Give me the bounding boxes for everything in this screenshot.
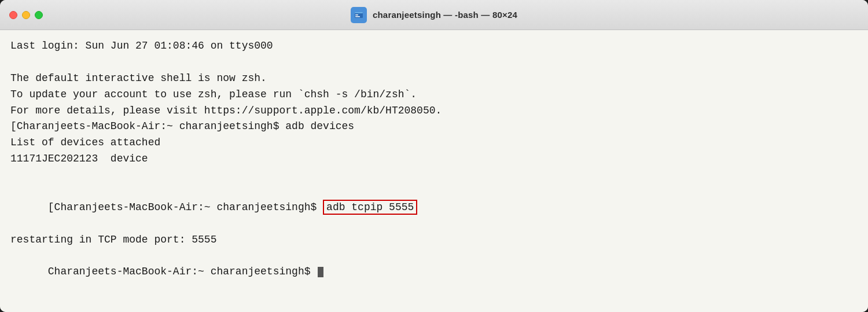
line-last-login: Last login: Sun Jun 27 01:08:46 on ttys0… [10, 38, 858, 54]
title-bar: charanjeetsingh — -bash — 80×24 [0, 0, 868, 30]
line-device-id: 11171JEC202123 device [10, 151, 858, 167]
close-button[interactable] [9, 11, 17, 19]
line-prompt1: [Charanjeets-MacBook-Air:~ charanjeetsin… [10, 119, 858, 135]
empty-line-1 [10, 54, 858, 71]
traffic-lights [9, 11, 43, 19]
prompt2-pre: [Charanjeets-MacBook-Air:~ charanjeetsin… [48, 201, 323, 213]
line-prompt2: [Charanjeets-MacBook-Air:~ charanjeetsin… [10, 183, 858, 232]
line-list-devices: List of devices attached [10, 135, 858, 151]
line-prompt3: Charanjeets-MacBook-Air:~ charanjeetsing… [10, 248, 858, 297]
empty-line-2 [10, 167, 858, 183]
line-more-details: For more details, please visit https://s… [10, 103, 858, 119]
prompt3-text: Charanjeets-MacBook-Air:~ charanjeetsing… [48, 266, 317, 277]
maximize-button[interactable] [35, 11, 43, 19]
highlighted-command: adb tcpip 5555 [323, 200, 417, 215]
line-update-account: To update your account to use zsh, pleas… [10, 87, 858, 103]
terminal-window: charanjeetsingh — -bash — 80×24 Last log… [0, 0, 868, 312]
cursor [318, 267, 323, 277]
svg-rect-2 [355, 12, 363, 13]
minimize-button[interactable] [22, 11, 30, 19]
svg-rect-3 [355, 14, 358, 16]
window-title: charanjeetsingh — -bash — 80×24 [373, 10, 517, 20]
title-bar-content: charanjeetsingh — -bash — 80×24 [351, 7, 517, 23]
svg-rect-4 [355, 16, 360, 17]
line-restarting: restarting in TCP mode port: 5555 [10, 232, 858, 248]
terminal-icon [351, 7, 367, 23]
line-default-shell: The default interactive shell is now zsh… [10, 71, 858, 87]
terminal-content[interactable]: Last login: Sun Jun 27 01:08:46 on ttys0… [0, 30, 868, 312]
